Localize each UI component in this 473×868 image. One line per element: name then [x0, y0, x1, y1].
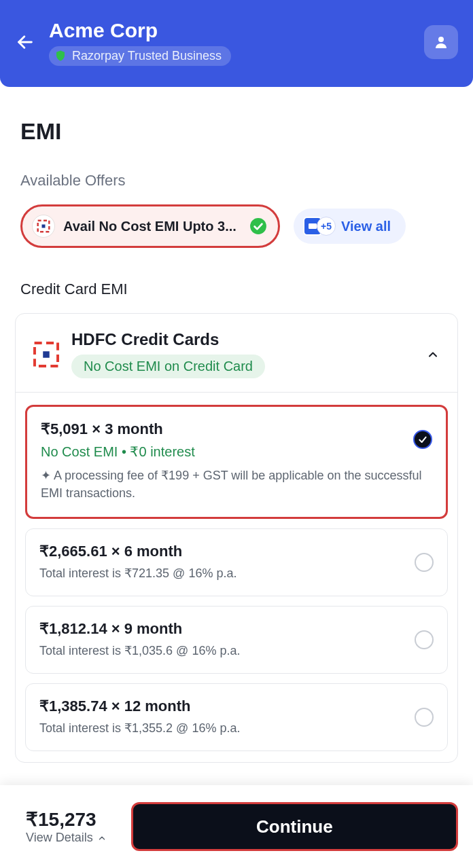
emi-plan-9-month[interactable]: ₹1,812.14 × 9 month Total interest is ₹1… [25, 606, 448, 674]
bank-card-panel: HDFC Credit Cards No Cost EMI on Credit … [15, 313, 458, 763]
offers-count-badge: +5 [317, 217, 336, 236]
emi-plan-12-month[interactable]: ₹1,385.74 × 12 month Total interest is ₹… [25, 683, 448, 751]
plans-list: ₹5,091 × 3 month No Cost EMI • ₹0 intere… [16, 393, 457, 763]
arrow-left-icon [16, 33, 35, 52]
continue-button[interactable]: Continue [131, 802, 458, 851]
offer-text: Avail No Cost EMI Upto 3... [63, 219, 241, 234]
check-circle-icon [249, 217, 267, 235]
svg-rect-7 [43, 351, 50, 358]
bank-title-block: HDFC Credit Cards No Cost EMI on Credit … [71, 330, 414, 378]
footer-bar: ₹15,273 View Details Continue [0, 785, 473, 868]
company-name: Acme Corp [49, 19, 231, 42]
credit-emi-heading: Credit Card EMI [20, 281, 473, 298]
page-title: EMI [20, 118, 473, 145]
trust-badge: Razorpay Trusted Business [49, 46, 231, 66]
trust-label: Razorpay Trusted Business [72, 49, 222, 63]
chevron-up-icon [97, 833, 107, 843]
view-details-toggle[interactable]: View Details [26, 831, 107, 845]
bank-badge: No Cost EMI on Credit Card [71, 355, 265, 378]
radio-unselected [415, 708, 434, 727]
plan-title: ₹2,665.61 × 6 month [39, 543, 434, 560]
back-button[interactable] [15, 32, 35, 52]
amount-block[interactable]: ₹15,273 View Details [26, 808, 107, 845]
plan-subtitle: No Cost EMI • ₹0 interest [41, 444, 432, 460]
user-icon [433, 34, 449, 50]
chevron-up-icon [426, 348, 440, 361]
svg-point-4 [250, 218, 266, 234]
shield-icon [54, 49, 67, 62]
plan-interest: Total interest is ₹1,355.2 @ 16% p.a. [39, 721, 434, 736]
offers-heading: Available Offers [20, 172, 473, 189]
offers-row: Avail No Cost EMI Upto 3... +5 View all [20, 204, 473, 248]
svg-rect-5 [309, 223, 317, 229]
svg-point-1 [438, 37, 444, 42]
radio-unselected [415, 630, 434, 649]
hdfc-icon [37, 219, 50, 233]
check-icon [417, 434, 428, 445]
plan-title: ₹1,385.74 × 12 month [39, 698, 434, 715]
hdfc-logo-icon [33, 342, 59, 367]
view-all-label: View all [341, 219, 391, 234]
emi-plan-3-month[interactable]: ₹5,091 × 3 month No Cost EMI • ₹0 intere… [25, 405, 448, 519]
radio-selected [413, 430, 432, 449]
svg-rect-3 [42, 225, 46, 228]
app-header: Acme Corp Razorpay Trusted Business [0, 0, 473, 87]
plan-title: ₹5,091 × 3 month [41, 420, 432, 438]
offer-bank-logo [32, 215, 55, 238]
bank-name: HDFC Credit Cards [71, 330, 219, 349]
stacked-icons: +5 [303, 217, 336, 236]
view-details-label: View Details [26, 831, 93, 845]
profile-button[interactable] [424, 25, 458, 59]
radio-unselected [415, 553, 434, 572]
header-left: Acme Corp Razorpay Trusted Business [15, 19, 231, 66]
emi-plan-6-month[interactable]: ₹2,665.61 × 6 month Total interest is ₹7… [25, 528, 448, 596]
view-all-offers-button[interactable]: +5 View all [294, 209, 406, 244]
offer-pill[interactable]: Avail No Cost EMI Upto 3... [20, 204, 280, 248]
bank-header[interactable]: HDFC Credit Cards No Cost EMI on Credit … [16, 314, 457, 393]
plan-interest: Total interest is ₹721.35 @ 16% p.a. [39, 566, 434, 581]
plan-title: ₹1,812.14 × 9 month [39, 620, 434, 638]
title-block: Acme Corp Razorpay Trusted Business [49, 19, 231, 66]
total-amount: ₹15,273 [26, 808, 107, 831]
plan-interest: Total interest is ₹1,035.6 @ 16% p.a. [39, 643, 434, 658]
plan-note: ✦ A processing fee of ₹199 + GST will be… [41, 467, 432, 502]
